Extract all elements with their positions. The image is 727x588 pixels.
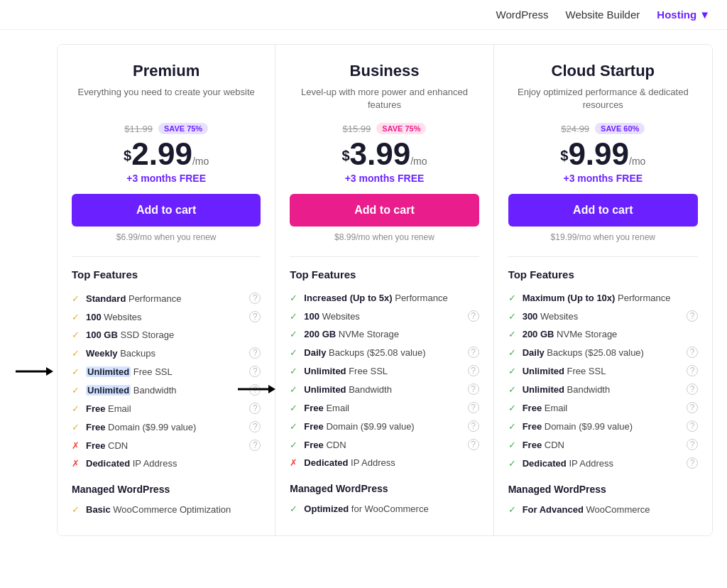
feature-item: ✓ Maximum (Up to 10x) Performance (508, 289, 698, 307)
plan-card-business: Business Level-up with more power and en… (275, 45, 493, 535)
feature-item: ✓ Daily Backups ($25.08 value) ? (290, 343, 479, 361)
save-badge: SAVE 75% (376, 123, 426, 134)
dollar-sign: $ (560, 148, 568, 164)
main-content: Premium Everything you need to create yo… (0, 30, 727, 565)
current-price: $9.99/mo (508, 138, 698, 170)
plans-grid: Premium Everything you need to create yo… (57, 44, 713, 536)
feature-item: ✓ Free Email ? (290, 398, 479, 417)
feature-item: ✓ Unlimited Bandwidth ? (72, 381, 261, 399)
feature-item: ✓ Free Email ? (508, 398, 698, 417)
plan-name: Business (290, 62, 479, 80)
managed-feature-list: ✓ For Advanced WooCommerce (508, 501, 698, 518)
feature-item: ✓ Standard Performance ? (72, 289, 261, 307)
plan-desc: Level-up with more power and enhanced fe… (290, 86, 479, 111)
info-icon[interactable]: ? (687, 420, 698, 432)
renew-text: $19.99/mo when you renew (508, 232, 698, 242)
info-icon[interactable]: ? (468, 402, 479, 413)
feature-list: ✓ Increased (Up to 5x) Performance ✓ 100… (290, 289, 479, 472)
feature-item: ✓ Weekly Backups ? (72, 344, 261, 362)
price-amount: 9.99 (568, 136, 629, 171)
feature-item: ✓ Free Domain ($9.99 value) ? (72, 418, 261, 436)
add-to-cart-button[interactable]: Add to cart (72, 194, 261, 227)
free-months: +3 months FREE (290, 173, 479, 184)
feature-list: ✓ Maximum (Up to 10x) Performance ✓ 300 … (508, 289, 698, 472)
feature-item: ✓ 200 GB NVMe Storage (508, 325, 698, 343)
feature-item: ✓ Unlimited Bandwidth ? (508, 380, 698, 398)
info-icon[interactable]: ? (687, 310, 698, 322)
feature-item: ✓ 100 Websites ? (290, 307, 479, 325)
plan-name: Premium (72, 62, 261, 80)
top-nav: WordPress Website Builder Hosting ▼ (0, 0, 727, 30)
per-mo: /mo (410, 156, 427, 167)
info-icon[interactable]: ? (249, 293, 261, 304)
info-icon[interactable]: ? (249, 440, 261, 451)
info-icon[interactable]: ? (468, 310, 479, 322)
nav-website-builder[interactable]: Website Builder (566, 9, 640, 21)
save-badge: SAVE 60% (595, 123, 645, 134)
info-icon[interactable]: ? (687, 439, 698, 450)
managed-wordpress-title: Managed WordPress (290, 483, 479, 494)
info-icon[interactable]: ? (249, 311, 261, 322)
original-price: $15.99 (343, 124, 371, 134)
add-to-cart-button[interactable]: Add to cart (290, 194, 479, 227)
info-icon[interactable]: ? (687, 457, 698, 469)
renew-text: $8.99/mo when you renew (290, 232, 479, 242)
info-icon[interactable]: ? (468, 439, 479, 450)
plan-name: Cloud Startup (508, 62, 698, 80)
original-price: $24.99 (561, 124, 589, 134)
feature-item: ✗ Dedicated IP Address (290, 454, 479, 472)
dollar-sign: $ (124, 148, 131, 163)
info-icon[interactable]: ? (468, 420, 479, 432)
feature-item: ✓ Unlimited Bandwidth ? (290, 380, 479, 398)
managed-wordpress-title: Managed WordPress (508, 484, 698, 495)
feature-item: ✓ Dedicated IP Address ? (508, 454, 698, 472)
feature-item: ✓ Unlimited Free SSL ? (508, 361, 698, 380)
divider (72, 256, 261, 257)
features-title: Top Features (72, 268, 261, 281)
feature-item: ✓ 300 Websites ? (508, 307, 698, 325)
info-icon[interactable]: ? (249, 403, 261, 414)
chevron-down-icon: ▼ (699, 9, 710, 21)
renew-text: $6.99/mo when you renew (72, 232, 261, 242)
info-icon[interactable]: ? (468, 347, 479, 358)
dollar-sign: $ (341, 148, 349, 164)
arrow-annotations (14, 44, 57, 536)
feature-item: ✓ 100 GB SSD Storage (72, 326, 261, 344)
feature-item: ✓ Unlimited Free SSL ? (72, 362, 261, 381)
nav-hosting[interactable]: Hosting ▼ (657, 9, 710, 21)
plan-card-premium: Premium Everything you need to create yo… (58, 45, 275, 535)
current-price: $3.99/mo (290, 138, 479, 170)
features-title: Top Features (508, 268, 698, 281)
info-icon[interactable]: ? (249, 421, 261, 432)
add-to-cart-button[interactable]: Add to cart (508, 194, 698, 227)
managed-feature-list: ✓ Optimized for WooCommerce (290, 500, 479, 518)
divider (290, 256, 479, 257)
save-badge: SAVE 75% (158, 123, 208, 134)
info-icon[interactable]: ? (687, 365, 698, 376)
divider (508, 256, 698, 257)
info-icon[interactable]: ? (249, 347, 261, 359)
info-icon[interactable]: ? (468, 365, 479, 376)
info-icon[interactable]: ? (468, 383, 479, 395)
info-icon[interactable]: ? (249, 366, 261, 377)
nav-wordpress[interactable]: WordPress (496, 9, 549, 21)
info-icon[interactable]: ? (687, 402, 698, 413)
price-amount: 3.99 (350, 136, 411, 171)
managed-wordpress-title: Managed WordPress (72, 484, 261, 495)
info-icon[interactable]: ? (249, 384, 261, 396)
managed-feature-list: ✓ Basic WooCommerce Optimization (72, 501, 261, 518)
current-price: $2.99/mo (72, 138, 261, 170)
feature-item: ✓ Increased (Up to 5x) Performance (290, 289, 479, 307)
plan-desc: Everything you need to create your websi… (72, 86, 261, 111)
feature-list: ✓ Standard Performance ? ✓ 100 Websites … (72, 289, 261, 472)
feature-item: ✓ Daily Backups ($25.08 value) ? (508, 343, 698, 361)
price-row: $24.99 SAVE 60% (508, 123, 698, 134)
features-title: Top Features (290, 268, 479, 281)
feature-item: ✓ Free CDN ? (290, 435, 479, 454)
feature-item: ✓ Free CDN ? (508, 435, 698, 454)
info-icon[interactable]: ? (687, 347, 698, 358)
per-mo: /mo (192, 156, 209, 167)
free-months: +3 months FREE (508, 173, 698, 184)
price-row: $11.99 SAVE 75% (72, 123, 261, 134)
info-icon[interactable]: ? (687, 383, 698, 395)
